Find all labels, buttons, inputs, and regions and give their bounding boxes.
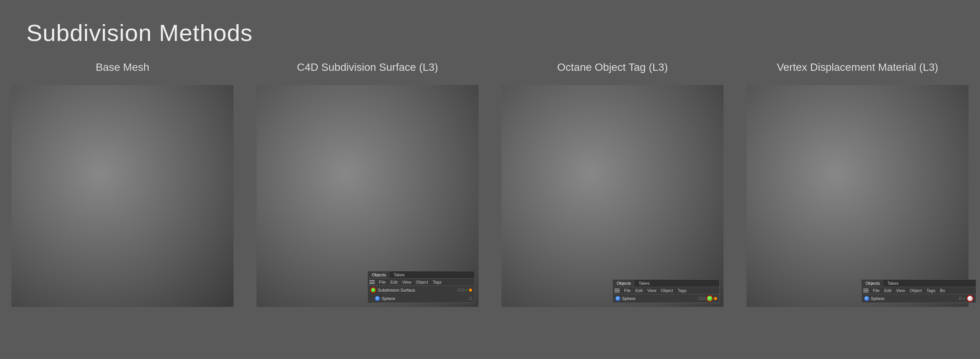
menu-object-c4d[interactable]: Object (414, 279, 430, 285)
tab-takes-octane[interactable]: Takes (635, 280, 653, 287)
check-octane-1: ☐ (699, 297, 702, 300)
dot-orange-1 (469, 289, 472, 292)
menu-edit-octane[interactable]: Edit (634, 288, 645, 293)
menu-view-octane[interactable]: View (645, 288, 658, 293)
hamburger-icon-vertex[interactable] (863, 289, 869, 292)
white-tag-icon (967, 295, 973, 302)
sphere-icon-c4d (375, 296, 380, 301)
col-label-vertex: Vertex Displacement Material (L3) (777, 61, 938, 73)
tab-objects-c4d[interactable]: Objects (368, 271, 390, 278)
check-vertex-2: ✓ (963, 297, 966, 300)
panel-menu-bar-c4d: File Edit View Object Tags (368, 279, 474, 286)
row-icons-sphere-c4d: ☐ (469, 297, 472, 300)
menu-tags-vertex[interactable]: Tags (924, 288, 937, 293)
menu-view-vertex[interactable]: View (894, 288, 907, 293)
hamburger-icon-octane[interactable] (614, 289, 620, 292)
sphere-icon-vertex (864, 296, 869, 301)
page-title: Subdivision Methods (26, 19, 253, 46)
tab-objects-vertex[interactable]: Objects (862, 280, 884, 287)
sphere-icon-octane (615, 296, 621, 301)
panel-menu-bar-vertex: File Edit View Object Tags Bo (862, 287, 976, 294)
menu-file-vertex[interactable]: File (871, 288, 882, 293)
row-icons-subdivision: ☐ ☐ ✓ (457, 288, 472, 292)
col-label-c4d: C4D Subdivision Surface (L3) (297, 61, 438, 73)
sphere-label-c4d: Sphere (382, 296, 467, 301)
col-label-octane: Octane Object Tag (L3) (557, 61, 668, 73)
subdivision-label: Subdivision Surface. (378, 288, 456, 292)
sphere-label-vertex: Sphere (871, 296, 957, 301)
row-icons-vertex: ☐ ✓ (959, 295, 973, 302)
panel-row-sphere-vertex[interactable]: Sphere ☐ ✓ (862, 294, 976, 303)
menu-tags-c4d[interactable]: Tags (431, 279, 443, 285)
dot-orange-octane (714, 297, 717, 300)
menu-edit-vertex[interactable]: Edit (882, 288, 893, 293)
c4d-sphere: Objects Takes File Edit View Object Tags (256, 85, 479, 307)
sphere-label-octane: Sphere (622, 296, 697, 301)
tab-objects-octane[interactable]: Objects (613, 280, 635, 287)
panel-tabs-c4d: Objects Takes (368, 271, 474, 279)
panel-row-sphere-octane[interactable]: Sphere ☐ ☐ (613, 294, 719, 303)
base-mesh-sphere (11, 85, 234, 307)
panel-tabs-vertex: Objects Takes (862, 280, 976, 287)
panel-row-sphere-c4d[interactable]: Sphere ☐ (372, 294, 474, 303)
column-base-mesh: Base Mesh (0, 61, 245, 359)
objects-panel-c4d: Objects Takes File Edit View Object Tags (368, 271, 475, 303)
col-label-base-mesh: Base Mesh (96, 61, 149, 73)
check-sphere: ☐ (469, 297, 472, 300)
column-c4d-subdivision: C4D Subdivision Surface (L3) (245, 61, 490, 359)
objects-panel-octane: Objects Takes File Edit View Object Tags (612, 279, 720, 303)
tab-takes-vertex[interactable]: Takes (884, 280, 902, 287)
panel-row-subdivision[interactable]: Subdivision Surface. ☐ ☐ ✓ (368, 286, 474, 294)
column-vertex-displacement: Vertex Displacement Material (L3) (735, 61, 980, 359)
panel-menu-bar-octane: File Edit View Object Tags (613, 287, 719, 294)
tab-takes-c4d[interactable]: Takes (390, 271, 408, 278)
menu-edit-c4d[interactable]: Edit (389, 279, 400, 285)
check-vertex-1: ☐ (959, 297, 962, 300)
octane-sphere: Objects Takes File Edit View Object Tags (501, 85, 724, 307)
check2: ☐ (461, 288, 464, 292)
vertex-sphere: Objects Takes File Edit View Object Tags… (746, 85, 969, 307)
menu-tags-octane[interactable]: Tags (676, 288, 688, 293)
check3: ✓ (465, 288, 468, 292)
row-icons-octane: ☐ ☐ (699, 295, 717, 302)
menu-file-octane[interactable]: File (622, 288, 633, 293)
column-octane-tag: Octane Object Tag (L3) (490, 61, 735, 359)
menu-object-octane[interactable]: Object (659, 288, 675, 293)
subdivision-icon (370, 287, 376, 293)
green-tag-icon (706, 295, 713, 302)
check1: ☐ (457, 288, 461, 292)
hamburger-icon-c4d[interactable] (369, 280, 375, 284)
check-octane-2: ☐ (702, 297, 706, 300)
menu-view-c4d[interactable]: View (400, 279, 413, 285)
menu-object-vertex[interactable]: Object (908, 288, 924, 293)
menu-bo-vertex[interactable]: Bo (938, 288, 947, 293)
menu-file-c4d[interactable]: File (377, 279, 388, 285)
objects-panel-vertex: Objects Takes File Edit View Object Tags… (861, 279, 976, 303)
columns-container: Base Mesh (0, 61, 980, 359)
panel-tabs-octane: Objects Takes (613, 280, 719, 287)
